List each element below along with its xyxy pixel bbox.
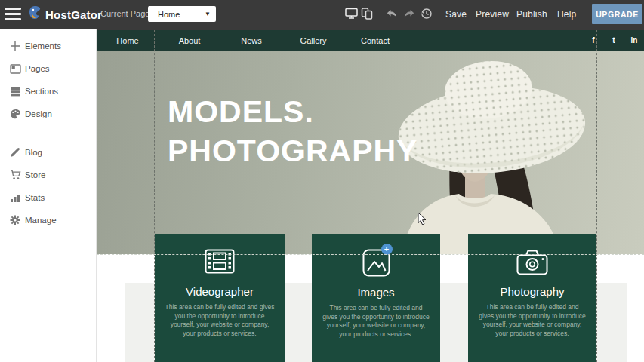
sidebar-item-stats[interactable]: Stats — [0, 186, 96, 209]
sidebar-item-sections[interactable]: Sections — [0, 80, 96, 103]
chevron-down-icon: ▼ — [205, 11, 211, 17]
gator-mascot-icon — [27, 5, 42, 23]
feature-card-videographer[interactable]: Videographer This area can be fully edit… — [155, 234, 285, 362]
sidebar-item-manage[interactable]: Manage — [0, 209, 96, 232]
camera-icon — [516, 249, 548, 279]
history-icon[interactable] — [421, 8, 433, 23]
bar-chart-icon — [9, 192, 21, 204]
sidebar-item-elements[interactable]: Elements — [0, 35, 96, 57]
sidebar: Elements Pages Sections — [0, 29, 97, 362]
sidebar-item-blog[interactable]: Blog — [0, 141, 96, 164]
page-select-dropdown[interactable]: Home ▼ — [148, 6, 216, 22]
gear-icon — [9, 214, 21, 226]
undo-icon[interactable] — [387, 8, 398, 22]
help-button[interactable]: Help — [557, 9, 576, 20]
palette-icon — [9, 108, 21, 120]
site-nav-about[interactable]: About — [159, 30, 220, 51]
film-strip-icon — [205, 249, 235, 279]
site-preview: Home About News Gallery Contact f t in — [97, 30, 644, 362]
sidebar-item-pages[interactable]: Pages — [0, 57, 96, 80]
brand-name: HostGator — [45, 8, 102, 21]
cart-icon — [9, 169, 21, 181]
menu-icon[interactable] — [5, 8, 21, 20]
hero-heading-line1: MODELS. — [168, 92, 418, 131]
plus-icon — [9, 40, 21, 52]
site-nav-gallery[interactable]: Gallery — [282, 30, 344, 51]
publish-button[interactable]: Publish — [516, 9, 547, 20]
card-title: Videographer — [155, 285, 285, 298]
upgrade-button[interactable]: UPGRADE — [592, 4, 642, 24]
sidebar-item-design[interactable]: Design — [0, 103, 96, 125]
sidebar-item-store[interactable]: Store — [0, 164, 96, 186]
hero-heading[interactable]: MODELS. PHOTOGRAPHY — [168, 92, 418, 170]
feature-card-photography[interactable]: Photography This area can be fully edite… — [468, 234, 596, 362]
pencil-icon — [9, 146, 21, 158]
hostgator-logo[interactable]: HostGator — [27, 5, 102, 23]
sidebar-divider — [0, 133, 96, 133]
mobile-view-icon[interactable] — [361, 8, 373, 23]
builder-app: HostGator Current Page: Home ▼ — [0, 0, 644, 362]
current-page-label: Current Page: — [100, 9, 152, 18]
card-description: This area can be fully edited and gives … — [478, 303, 587, 338]
site-nav-news[interactable]: News — [220, 30, 282, 51]
add-image-badge[interactable]: + — [381, 244, 393, 255]
twitter-icon[interactable]: t — [609, 36, 619, 44]
site-nav-contact[interactable]: Contact — [344, 30, 406, 51]
page-select-value: Home — [153, 10, 205, 19]
site-nav-home[interactable]: Home — [97, 30, 159, 51]
rows-icon — [9, 85, 21, 97]
feature-card-images[interactable]: + Images This area can be fully edited a… — [312, 234, 440, 362]
desktop-view-icon[interactable] — [345, 8, 358, 23]
hero-heading-line2: PHOTOGRAPHY — [168, 131, 418, 170]
topbar: HostGator Current Page: Home ▼ — [0, 0, 644, 29]
hero-section[interactable]: MODELS. PHOTOGRAPHY — [97, 51, 644, 254]
window-icon — [9, 63, 21, 75]
preview-button[interactable]: Preview — [476, 9, 509, 20]
image-icon: + — [362, 249, 390, 279]
linkedin-icon[interactable]: in — [629, 36, 639, 44]
hero-photo-model — [384, 51, 644, 254]
site-navbar: Home About News Gallery Contact f t in — [97, 30, 644, 51]
save-button[interactable]: Save — [445, 9, 467, 20]
card-title: Photography — [468, 285, 596, 298]
redo-icon[interactable] — [403, 8, 414, 22]
social-links: f t in — [588, 30, 639, 51]
facebook-icon[interactable]: f — [588, 36, 599, 44]
card-description: This area can be fully edited and gives … — [165, 303, 275, 338]
card-title: Images — [312, 286, 440, 299]
card-description: This area can be fully edited and gives … — [322, 304, 430, 339]
